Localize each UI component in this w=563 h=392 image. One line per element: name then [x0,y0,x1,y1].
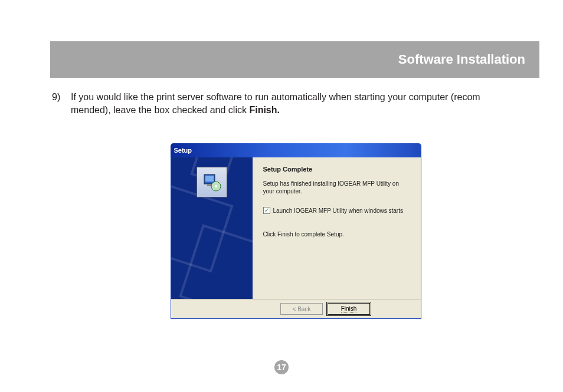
installer-dialog: Setup Setup Complete [171,143,421,319]
finish-button[interactable]: Finish [328,303,370,315]
dialog-title: Setup [174,147,192,154]
finish-button-label: Finish [341,305,357,312]
click-finish-text: Click Finish to complete Setup. [263,230,410,238]
page-number-badge: 17 [274,360,289,374]
step-number: 9) [52,91,71,116]
back-button: < Back [280,303,323,315]
setup-complete-text: Setup has finished installing IOGEAR MFP… [263,180,410,195]
svg-rect-1 [205,176,214,182]
svg-point-4 [215,185,217,187]
section-title: Software Installation [398,52,525,67]
dialog-titlebar: Setup [171,143,421,157]
launch-checkbox-label: Launch IOGEAR MFP Utility when windows s… [273,207,403,214]
step-body: If you would like the print server softw… [71,91,539,116]
dialog-body: Setup Complete Setup has finished instal… [171,157,421,299]
launch-checkbox[interactable]: ✓ [263,207,270,214]
computer-cd-icon [202,172,222,192]
step-text-a: If you would like the print server softw… [71,92,480,102]
check-icon: ✓ [264,207,269,213]
dialog-sidebar [171,157,253,299]
back-button-label: < Back [293,306,311,312]
section-header: Software Installation [50,41,539,78]
installer-icon [197,167,227,197]
dialog-content: Setup Complete Setup has finished instal… [253,157,421,299]
setup-complete-heading: Setup Complete [263,166,410,173]
step-bold: Finish. [249,105,280,115]
step-text-b: mended), leave the box checked and click [71,105,249,115]
dialog-button-bar: < Back Finish [171,299,421,319]
instruction-step: 9) If you would like the print server so… [52,91,539,116]
page-number: 17 [277,363,286,372]
launch-checkbox-row[interactable]: ✓ Launch IOGEAR MFP Utility when windows… [263,207,410,214]
